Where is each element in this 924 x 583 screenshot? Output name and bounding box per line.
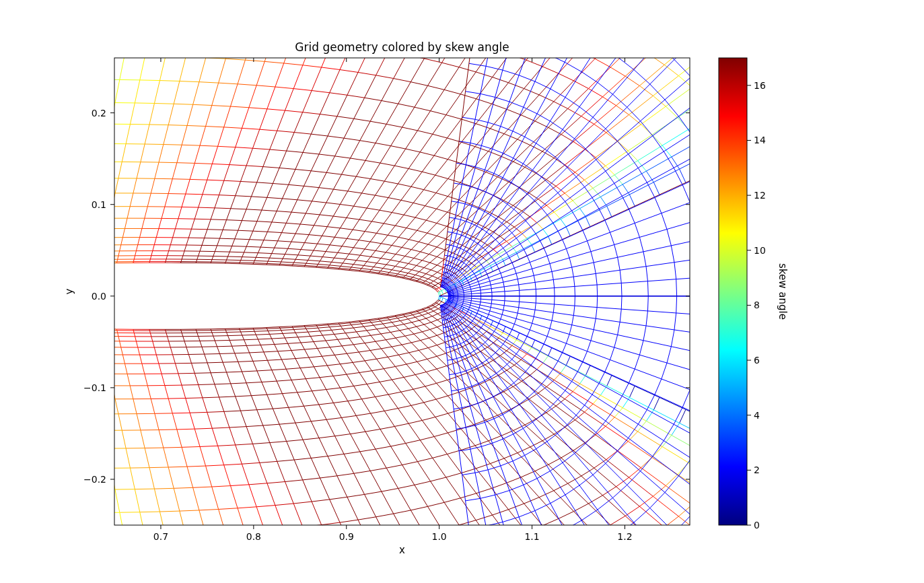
x-tick-label: 1.2: [617, 531, 632, 542]
y-tick-label: −0.1: [83, 382, 106, 393]
x-tick-label: 1.0: [432, 531, 447, 542]
colorbar-tick-label: 6: [754, 355, 760, 366]
colorbar-tick-label: 10: [754, 245, 766, 256]
colorbar-tick-label: 2: [754, 465, 760, 475]
x-tick-label: 1.1: [524, 531, 539, 542]
colorbar-tick-label: 16: [754, 80, 766, 91]
colorbar-tick-label: 0: [754, 520, 760, 530]
x-axis-label: x: [399, 544, 405, 556]
colorbar-tick-label: 14: [754, 135, 766, 145]
y-tick-label: 0.2: [92, 108, 106, 118]
colorbar: [719, 58, 747, 525]
colorbar-tick-label: 4: [754, 410, 760, 421]
y-axis-label: y: [63, 288, 75, 294]
colorbar-tick-label: 8: [754, 300, 760, 310]
chart-title: Grid geometry colored by skew angle: [295, 40, 509, 54]
y-tick-label: 0.1: [92, 199, 106, 210]
x-tick-label: 0.8: [246, 531, 261, 542]
x-tick-label: 0.7: [153, 531, 168, 542]
colorbar-tick-label: 12: [754, 190, 766, 201]
colorbar-label: skew angle: [777, 263, 789, 320]
y-tick-label: −0.2: [83, 474, 106, 485]
y-tick-label: 0.0: [92, 291, 106, 302]
x-tick-label: 0.9: [339, 531, 354, 542]
